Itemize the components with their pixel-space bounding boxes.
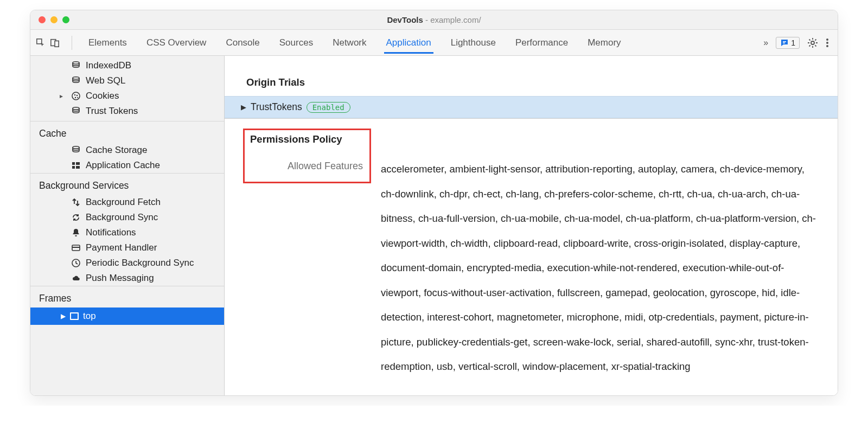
allowed-features-label: Allowed Features: [249, 161, 363, 172]
close-window-button[interactable]: [39, 16, 46, 23]
svg-rect-3: [783, 41, 786, 42]
svg-line-12: [809, 45, 810, 46]
svg-point-24: [73, 107, 79, 110]
origin-trial-name: TrustTokens: [251, 101, 302, 113]
sidebar-item-label: Push Messaging: [86, 273, 154, 284]
svg-point-14: [826, 39, 828, 41]
origin-trials-section: Origin Trials ▶ TrustTokens Enabled: [225, 56, 838, 118]
frame-icon: [70, 312, 79, 320]
tab-css-overview[interactable]: CSS Overview: [144, 32, 209, 54]
origin-trial-row[interactable]: ▶ TrustTokens Enabled: [225, 96, 838, 118]
highlight-annotation: Permissions Policy Allowed Features: [243, 129, 371, 183]
page-context: example.com/: [430, 15, 481, 24]
settings-icon[interactable]: [807, 37, 818, 48]
permissions-policy-section: Permissions Policy Allowed Features acce…: [225, 119, 838, 395]
comment-icon: [780, 39, 789, 47]
sidebar-item-indexeddb[interactable]: IndexedDB: [30, 58, 224, 73]
chevron-right-icon: ▶: [241, 103, 246, 111]
svg-point-17: [73, 62, 79, 64]
sync-icon: [71, 213, 81, 222]
sidebar-item-label: Background Fetch: [86, 197, 161, 208]
cloud-icon: [71, 273, 81, 283]
tab-application[interactable]: Application: [384, 32, 433, 54]
cookie-icon: [71, 91, 81, 101]
svg-rect-2: [55, 41, 59, 47]
origin-trials-heading: Origin Trials: [225, 76, 838, 96]
sidebar-item-label: Payment Handler: [86, 242, 157, 253]
sidebar-item-periodic-background-sync[interactable]: Periodic Background Sync: [30, 255, 224, 271]
sidebar-item-trust-tokens[interactable]: Trust Tokens: [30, 104, 224, 119]
minimize-window-button[interactable]: [50, 16, 58, 23]
device-toolbar-icon[interactable]: [50, 38, 60, 48]
cache-section-header: Cache: [30, 121, 224, 143]
main-panel: Origin Trials ▶ TrustTokens Enabled Perm…: [225, 56, 838, 395]
tab-lighthouse[interactable]: Lighthouse: [449, 32, 498, 54]
frame-top-label: top: [83, 311, 96, 322]
kebab-menu-icon[interactable]: [826, 37, 829, 48]
updown-icon: [71, 197, 81, 207]
titlebar: DevTools - example.com/: [30, 10, 838, 30]
sidebar-item-label: IndexedDB: [86, 60, 131, 71]
frame-top[interactable]: ▶ top: [30, 308, 224, 325]
tab-memory[interactable]: Memory: [585, 32, 623, 54]
sidebar-item-web-sql[interactable]: Web SQL: [30, 73, 224, 88]
svg-point-25: [73, 146, 79, 149]
issue-count: 1: [791, 39, 795, 47]
bg-services-header: Background Services: [30, 173, 224, 195]
maximize-window-button[interactable]: [62, 16, 69, 23]
sidebar-item-label: Application Cache: [86, 160, 160, 171]
chevron-right-icon: ▶: [61, 312, 66, 320]
tab-network[interactable]: Network: [330, 32, 368, 54]
card-icon: [71, 243, 81, 253]
sidebar-item-notifications[interactable]: Notifications: [30, 225, 224, 240]
sidebar-item-cookies[interactable]: ▸Cookies: [30, 88, 224, 104]
sidebar-item-payment-handler[interactable]: Payment Handler: [30, 240, 224, 255]
tab-elements[interactable]: Elements: [86, 32, 129, 54]
inspect-element-icon[interactable]: [36, 38, 46, 48]
tab-performance[interactable]: Performance: [513, 32, 570, 54]
origin-trial-status-pill: Enabled: [307, 102, 350, 113]
sidebar-item-background-sync[interactable]: Background Sync: [30, 210, 224, 225]
content-area: IndexedDBWeb SQL▸CookiesTrust Tokens Cac…: [30, 56, 838, 395]
db-icon: [71, 61, 81, 71]
sidebar-item-cache-storage[interactable]: Cache Storage: [30, 143, 224, 158]
main-tabs: ElementsCSS OverviewConsoleSourcesNetwor…: [79, 30, 760, 55]
title-separator: -: [423, 15, 430, 24]
sidebar-item-background-fetch[interactable]: Background Fetch: [30, 195, 224, 210]
more-tabs-icon[interactable]: »: [763, 38, 768, 48]
devtools-window: DevTools - example.com/ ElementsCSS Over…: [30, 10, 838, 396]
svg-rect-31: [72, 247, 80, 248]
permissions-policy-heading: Permissions Policy: [249, 133, 363, 161]
clock-icon: [71, 258, 81, 268]
svg-rect-4: [783, 42, 785, 43]
svg-point-22: [75, 97, 76, 98]
tab-sources[interactable]: Sources: [277, 32, 315, 54]
svg-rect-26: [72, 162, 75, 165]
application-sidebar: IndexedDBWeb SQL▸CookiesTrust Tokens Cac…: [30, 56, 225, 395]
svg-point-19: [72, 92, 80, 100]
sidebar-item-push-messaging[interactable]: Push Messaging: [30, 271, 224, 286]
devtools-toolbar: ElementsCSS OverviewConsoleSourcesNetwor…: [30, 30, 838, 56]
db-icon: [71, 106, 81, 116]
svg-line-10: [809, 39, 810, 40]
sidebar-item-label: Trust Tokens: [86, 106, 138, 117]
tab-console[interactable]: Console: [224, 32, 261, 54]
db-icon: [71, 76, 81, 86]
svg-point-21: [76, 95, 78, 96]
frames-section-header: Frames: [30, 286, 224, 308]
svg-point-15: [826, 42, 828, 44]
svg-point-20: [74, 94, 75, 95]
sidebar-item-application-cache[interactable]: Application Cache: [30, 158, 224, 173]
allowed-features-value: accelerometer, ambient-light-sensor, att…: [381, 129, 816, 379]
sidebar-item-label: Cookies: [86, 91, 119, 101]
db-icon: [71, 145, 81, 155]
issues-badge[interactable]: 1: [776, 37, 800, 49]
svg-rect-29: [76, 166, 80, 169]
svg-line-13: [815, 39, 816, 40]
svg-point-23: [77, 97, 78, 98]
window-controls: [30, 16, 69, 23]
sidebar-item-label: Periodic Background Sync: [86, 258, 194, 268]
bell-icon: [71, 228, 81, 238]
sidebar-item-label: Background Sync: [86, 212, 158, 223]
sidebar-item-label: Cache Storage: [86, 145, 147, 156]
